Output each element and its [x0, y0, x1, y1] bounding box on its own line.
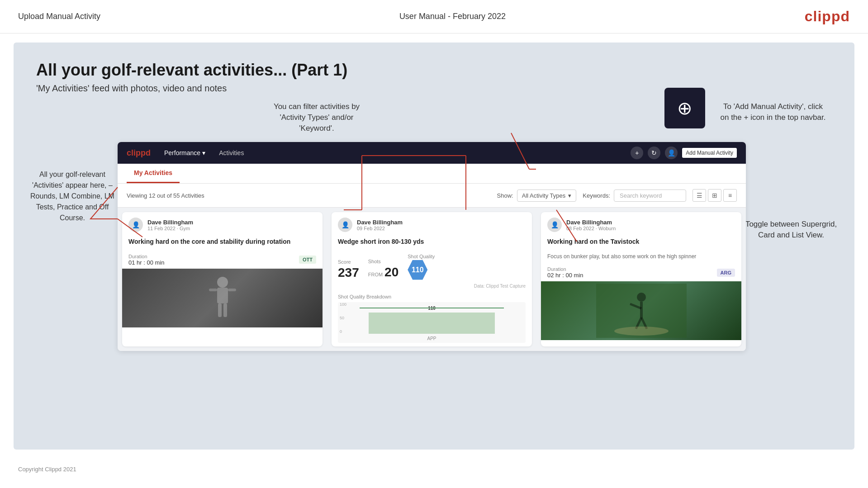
card-3-duration-info: Duration 02 hr : 00 min — [547, 266, 583, 279]
app-nav-icons: + ↻ 👤 Add Manual Activity — [631, 147, 737, 159]
copyright: Copyright Clippd 2021 — [18, 466, 76, 473]
svg-point-7 — [637, 293, 646, 302]
card-3-title: Working hard on the Tavistock — [541, 236, 741, 251]
card-2-title: Wedge short iron 80-130 yds — [332, 236, 532, 251]
card-1-user-name: Dave Billingham — [147, 219, 193, 226]
filter-count: Viewing 12 out of 55 Activities — [127, 192, 491, 199]
tag-badge-3: ARG — [717, 269, 735, 277]
svg-rect-5 — [223, 303, 227, 317]
upload-manual-label: Upload Manual Activity — [18, 12, 100, 21]
filter-show: Show: All Activity Types ▾ — [497, 190, 577, 202]
select-chevron-icon: ▾ — [568, 192, 571, 199]
filter-row: Viewing 12 out of 55 Activities Show: Al… — [118, 184, 746, 208]
shot-quality-label: Shot Quality — [408, 254, 435, 259]
gym-silhouette-icon — [195, 273, 250, 323]
nav-item-performance[interactable]: Performance ▾ — [164, 149, 205, 156]
avatar-3: 👤 — [547, 218, 562, 232]
shots-value: 20 — [384, 265, 398, 280]
card-1-user-info: Dave Billingham 11 Feb 2022 · Gym — [147, 219, 193, 231]
activity-type-select[interactable]: All Activity Types ▾ — [517, 190, 577, 202]
card-3-user-info: Dave Billingham 08 Feb 2022 · Woburn — [566, 219, 616, 231]
main-content: All your golf-relevant activities... (Pa… — [14, 43, 854, 450]
shot-quality-stat: Shot Quality 110 — [408, 254, 435, 280]
user-icon-btn[interactable]: 👤 — [665, 147, 678, 159]
grid-view-btn[interactable]: ⊞ — [708, 189, 721, 202]
avatar-2: 👤 — [338, 218, 352, 232]
heading-section: All your golf-relevant activities... (Pa… — [36, 61, 832, 94]
shots-label: Shots — [368, 259, 399, 264]
plus-icon-box[interactable]: ⊕ — [664, 88, 705, 128]
add-icon-btn[interactable]: + — [631, 147, 643, 159]
search-input[interactable]: Search keyword — [614, 190, 686, 202]
footer: Copyright Clippd 2021 — [0, 459, 868, 480]
card-2-user-info: Dave Billingham 09 Feb 2022 — [357, 219, 403, 231]
duration-value-3: 02 hr : 00 min — [547, 272, 583, 279]
tag-badge-1: OTT — [299, 256, 316, 264]
activity-type-value: All Activity Types — [522, 192, 566, 199]
nav-performance-label: Performance — [164, 149, 200, 156]
svg-rect-4 — [218, 303, 222, 317]
annotation-add: To 'Add Manual Activity', click on the +… — [719, 101, 827, 123]
card-2-data-source: Data: Clippd Test Capture — [332, 283, 532, 290]
duration-label-1: Duration — [128, 254, 165, 259]
supergrid-view-btn[interactable]: ≡ — [723, 189, 737, 202]
card-1-title: Working hard on the core and stability d… — [122, 236, 323, 251]
shot-breakdown: Shot Quality Breakdown 100 50 0 110 — [332, 290, 532, 346]
card-3-duration: Duration 02 hr : 00 min ARG — [541, 264, 741, 281]
cards-row: 👤 Dave Billingham 11 Feb 2022 · Gym Work… — [118, 208, 746, 351]
shots-from: FROM — [368, 272, 383, 277]
svg-rect-2 — [209, 289, 217, 291]
breakdown-chart: 100 50 0 110 APP — [338, 302, 526, 343]
app-logo: clippd — [127, 148, 151, 158]
score-label: Score — [338, 259, 359, 265]
avatar-1: 👤 — [128, 218, 143, 232]
card-1-duration-info: Duration 01 hr : 00 min — [128, 254, 165, 266]
app-screenshot: clippd Performance ▾ Activities + ↻ 👤 Ad… — [118, 142, 746, 351]
main-title: All your golf-relevant activities... (Pa… — [36, 61, 832, 80]
activity-card-2: 👤 Dave Billingham 09 Feb 2022 Wedge shor… — [332, 212, 532, 346]
app-nav: clippd Performance ▾ Activities + ↻ 👤 Ad… — [118, 142, 746, 164]
plus-icon: ⊕ — [677, 98, 693, 118]
activity-card-3: 👤 Dave Billingham 08 Feb 2022 · Woburn W… — [541, 212, 741, 346]
view-toggles: ☰ ⊞ ≡ — [693, 189, 737, 202]
card-1-header: 👤 Dave Billingham 11 Feb 2022 · Gym — [122, 212, 323, 236]
refresh-icon-btn[interactable]: ↻ — [648, 147, 660, 159]
show-label: Show: — [497, 192, 513, 199]
card-2-header: 👤 Dave Billingham 09 Feb 2022 — [332, 212, 532, 236]
duration-value-1: 01 hr : 00 min — [128, 259, 165, 266]
clippd-logo: clippd — [805, 8, 850, 25]
main-subtitle: 'My Activities' feed with photos, video … — [36, 83, 832, 94]
annotation-toggle: Toggle between Supergrid, Card and List … — [741, 219, 841, 241]
activity-card-1: 👤 Dave Billingham 11 Feb 2022 · Gym Work… — [122, 212, 323, 346]
card-3-image — [541, 281, 741, 340]
card-1-duration: Duration 01 hr : 00 min OTT — [122, 251, 323, 269]
card-1-image — [122, 269, 323, 327]
card-3-description: Focus on bunker play, but also some work… — [541, 251, 741, 264]
card-3-user-date: 08 Feb 2022 · Woburn — [566, 226, 616, 231]
svg-rect-1 — [217, 288, 228, 303]
svg-point-0 — [217, 277, 228, 288]
card-2-user-name: Dave Billingham — [357, 219, 403, 226]
shots-stat: Shots FROM 20 — [368, 259, 399, 280]
tab-my-activities[interactable]: My Activities — [127, 164, 180, 183]
svg-rect-3 — [228, 289, 236, 291]
breakdown-title: Shot Quality Breakdown — [338, 294, 526, 299]
shot-quality-badge: 110 — [408, 260, 427, 280]
top-bar: Upload Manual Activity User Manual - Feb… — [0, 0, 868, 33]
duration-label-3: Duration — [547, 266, 583, 272]
card-3-user-name: Dave Billingham — [566, 219, 616, 226]
list-view-btn[interactable]: ☰ — [693, 189, 706, 202]
chart-top-line — [360, 308, 504, 308]
filter-keyword: Keywords: Search keyword — [583, 190, 686, 202]
score-value: 237 — [338, 265, 359, 280]
card-2-stats: Score 237 Shots FROM 20 Shot Quality 110 — [332, 251, 532, 283]
card-1-user-date: 11 Feb 2022 · Gym — [147, 226, 193, 231]
svg-point-12 — [614, 327, 669, 336]
search-placeholder: Search keyword — [620, 192, 662, 199]
chevron-down-icon: ▾ — [202, 149, 205, 156]
chart-x-label: APP — [427, 336, 436, 341]
add-manual-tooltip: Add Manual Activity — [682, 148, 737, 158]
card-2-user-date: 09 Feb 2022 — [357, 226, 403, 231]
chart-bar — [369, 313, 495, 333]
nav-item-activities[interactable]: Activities — [219, 149, 244, 156]
